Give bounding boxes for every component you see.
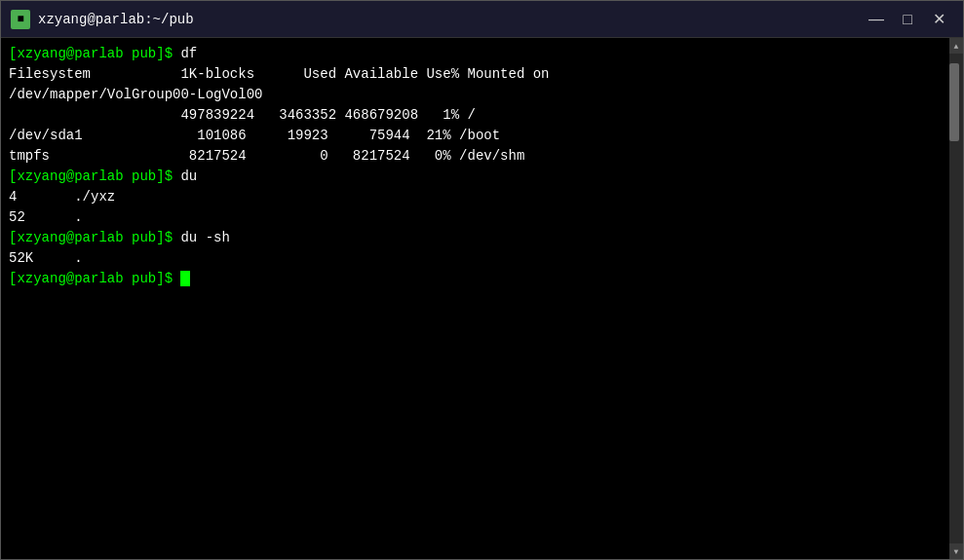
terminal-output: [xzyang@parlab pub]$ df Filesystem 1K-bl… xyxy=(9,44,942,289)
scrollbar-down-arrow[interactable]: ▼ xyxy=(949,543,963,559)
cmd-3: du -sh xyxy=(180,230,229,245)
app-icon: ■ xyxy=(11,10,30,29)
prompt-3: [xzyang@parlab pub]$ xyxy=(9,230,180,245)
output-du-2: 52 . xyxy=(9,209,83,225)
output-df-sda1: /dev/sda1 101086 19923 75944 21% /boot xyxy=(9,128,500,143)
output-df-header: Filesystem 1K-blocks Used Available Use%… xyxy=(9,66,550,82)
scrollbar: ▲ ▼ xyxy=(949,38,963,559)
output-df-volgroup-name: /dev/mapper/VolGroup00-LogVol00 xyxy=(9,87,262,102)
terminal-body: [xzyang@parlab pub]$ df Filesystem 1K-bl… xyxy=(1,38,963,559)
prompt-4: [xzyang@parlab pub]$ xyxy=(9,271,180,286)
terminal-content[interactable]: [xzyang@parlab pub]$ df Filesystem 1K-bl… xyxy=(1,38,949,559)
terminal-window: ■ xzyang@parlab:~/pub — □ ✕ [xzyang@parl… xyxy=(0,0,964,560)
cmd-1: df xyxy=(180,46,197,61)
output-du-sh: 52K . xyxy=(9,250,83,266)
prompt-2: [xzyang@parlab pub]$ xyxy=(9,168,180,184)
window-controls: — □ ✕ xyxy=(862,6,953,33)
minimize-button[interactable]: — xyxy=(862,6,891,33)
output-du-1: 4 ./yxz xyxy=(9,189,115,205)
maximize-button[interactable]: □ xyxy=(893,6,922,33)
output-df-tmpfs: tmpfs 8217524 0 8217524 0% /dev/shm xyxy=(9,148,524,164)
output-df-volgroup-data: 497839224 3463352 468679208 1% / xyxy=(9,107,476,123)
window-title: xzyang@parlab:~/pub xyxy=(38,12,862,27)
scrollbar-up-arrow[interactable]: ▲ xyxy=(949,38,963,54)
prompt-1: [xzyang@parlab pub]$ xyxy=(9,46,180,61)
cmd-2: du xyxy=(180,168,197,184)
cursor xyxy=(180,271,190,286)
close-button[interactable]: ✕ xyxy=(924,6,953,33)
scrollbar-thumb[interactable] xyxy=(949,63,959,141)
icon-symbol: ■ xyxy=(17,13,23,26)
titlebar: ■ xzyang@parlab:~/pub — □ ✕ xyxy=(1,1,963,38)
